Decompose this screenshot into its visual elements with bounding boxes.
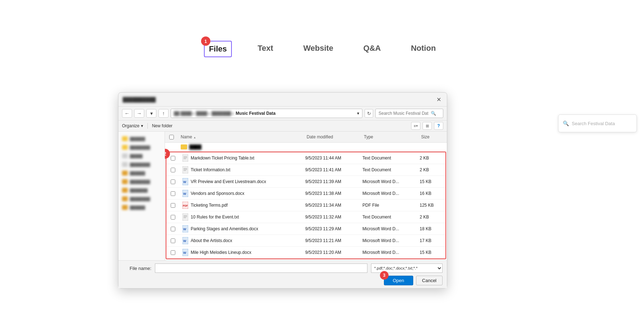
view-tiles-icon: ⊞ — [426, 124, 429, 128]
table-row[interactable]: PDF Ticketing Terms.pdf 9/5/2023 11:34 A… — [166, 200, 445, 211]
new-folder-button[interactable]: New folder — [152, 123, 172, 128]
row-checkbox-cell[interactable] — [166, 250, 179, 255]
file-date: 9/5/2023 11:29 AM — [302, 225, 360, 232]
nav-refresh-button[interactable]: ↻ — [365, 109, 373, 118]
row-checkbox[interactable] — [171, 227, 175, 231]
file-name: Vendors and Sponsors.docx — [191, 191, 244, 196]
nav-panel-item-4[interactable]: ████████ — [118, 160, 165, 169]
nav-path-prefix: ██ ████ ▸ ████ ▸ ███████ ▸ — [174, 111, 234, 116]
cancel-button[interactable]: Cancel — [416, 276, 443, 285]
nav-forward-button[interactable]: → — [134, 109, 144, 118]
open-button[interactable]: 3 Open — [384, 276, 413, 285]
view-tiles-button[interactable]: ⊞ — [423, 122, 432, 130]
table-row[interactable]: W Vendors and Sponsors.docx 9/5/2023 11:… — [166, 188, 445, 200]
view-list-button[interactable]: ≡ ▾ — [411, 122, 420, 130]
nav-panel-item-2[interactable]: ████████ — [118, 143, 165, 152]
dialog-close-button[interactable]: ✕ — [435, 95, 443, 103]
file-size: 2 KB — [417, 213, 445, 221]
parent-date-cell — [304, 146, 361, 148]
open-button-label: Open — [393, 278, 404, 283]
file-type: Microsoft Word D... — [360, 178, 417, 185]
col-header-date[interactable]: Date modified — [304, 133, 361, 141]
tab-notion[interactable]: Notion — [406, 41, 440, 57]
row-checkbox[interactable] — [171, 179, 175, 184]
tab-qa[interactable]: Q&A — [359, 41, 385, 57]
tabs-container: 1 Files Text Website Q&A Notion — [0, 41, 644, 57]
svg-text:W: W — [183, 239, 186, 243]
row-checkbox-cell[interactable] — [166, 168, 179, 172]
row-checkbox[interactable] — [171, 191, 175, 196]
table-row[interactable]: 10 Rules for the Event.txt 9/5/2023 11:3… — [166, 211, 445, 223]
file-date: 9/5/2023 11:21 AM — [302, 237, 360, 244]
nav-panel-item-6[interactable]: ████████ — [118, 177, 165, 186]
nav-search-icon: 🔍 — [431, 111, 436, 116]
row-checkbox-cell[interactable] — [166, 227, 179, 231]
file-date: 9/5/2023 11:39 AM — [302, 178, 360, 185]
dialog-buttons-row: 3 Open Cancel — [123, 276, 443, 285]
nav-search[interactable]: 🔍 — [375, 109, 443, 118]
help-icon: ? — [437, 123, 440, 128]
nav-back-button[interactable]: ← — [122, 109, 132, 118]
nav-panel-item-5[interactable]: ██████ — [118, 169, 165, 177]
row-checkbox-cell[interactable] — [166, 191, 179, 196]
parent-folder-row[interactable]: ████ — [165, 143, 447, 152]
parent-type-cell — [361, 146, 418, 148]
select-all-checkbox[interactable] — [169, 135, 174, 139]
nav-recent-button[interactable]: ▾ — [146, 109, 156, 118]
nav-path-current: Music Festival Data — [236, 111, 275, 116]
col-header-size[interactable]: Size — [418, 133, 447, 141]
nav-panel-item-3[interactable]: █████ — [118, 152, 165, 160]
file-date: 9/5/2023 11:32 AM — [302, 213, 360, 221]
tab-website[interactable]: Website — [299, 41, 338, 57]
row-checkbox[interactable] — [171, 156, 175, 161]
table-row[interactable]: W About the Artists.docx 9/5/2023 11:21 … — [166, 235, 445, 247]
row-checkbox-cell[interactable] — [166, 179, 179, 184]
docx-file-icon: W — [182, 249, 189, 256]
svg-text:W: W — [183, 192, 186, 196]
file-date: 9/5/2023 11:38 AM — [302, 190, 360, 197]
table-row[interactable]: Markdown Ticket Pricing Table.txt 9/5/20… — [166, 152, 445, 164]
tab-files[interactable]: 1 Files — [204, 41, 232, 57]
docx-file-icon: W — [182, 237, 189, 245]
file-type: Microsoft Word D... — [360, 225, 417, 232]
nav-search-input[interactable] — [379, 111, 429, 116]
tab-text[interactable]: Text — [253, 41, 278, 57]
col-header-name[interactable]: Name ▴ — [178, 133, 304, 141]
filename-input[interactable] — [155, 264, 367, 273]
nav-panel-item-9[interactable]: ██████ — [118, 203, 165, 212]
row-checkbox[interactable] — [171, 250, 175, 255]
row-checkbox-cell[interactable] — [166, 203, 179, 208]
dialog-nav: ← → ▾ ↑ ██ ████ ▸ ████ ▸ ███████ ▸ Music… — [118, 107, 447, 120]
docx-file-icon: W — [182, 178, 189, 186]
table-row[interactable]: Ticket Information.txt 9/5/2023 11:41 AM… — [166, 164, 445, 176]
file-size: 15 KB — [417, 178, 445, 185]
nav-up-button[interactable]: ↑ — [158, 109, 169, 118]
dialog-body: ██████ ████████ █████ ████████ ██████ ██… — [118, 132, 447, 260]
table-row[interactable]: W Parking Stages and Amenities.docx 9/5/… — [166, 223, 445, 235]
txt-file-icon — [182, 166, 189, 174]
col-header-type[interactable]: Type — [361, 133, 418, 141]
file-type: Microsoft Word D... — [360, 249, 417, 256]
file-size: 18 KB — [417, 225, 445, 232]
organize-button[interactable]: Organize ▾ — [122, 123, 143, 128]
nav-panel-item-7[interactable]: ███████ — [118, 186, 165, 195]
file-dialog: ██████████ ✕ ← → ▾ ↑ ██ ████ ▸ ████ ▸ ██… — [118, 92, 447, 289]
row-checkbox-cell[interactable] — [166, 238, 179, 243]
parent-folder-icon — [181, 144, 187, 149]
row-checkbox[interactable] — [171, 238, 175, 243]
nav-panel-item-1[interactable]: ██████ — [118, 134, 165, 143]
nav-path[interactable]: ██ ████ ▸ ████ ▸ ███████ ▸ Music Festiva… — [171, 109, 362, 118]
row-checkbox[interactable] — [171, 168, 175, 172]
table-row[interactable]: W Mile High Melodies Lineup.docx 9/5/202… — [166, 247, 445, 259]
nav-panel-item-8[interactable]: ████████ — [118, 195, 165, 203]
txt-file-icon — [182, 154, 189, 162]
file-name: VR Preview and Event Livestream.docx — [191, 179, 266, 184]
files-step2-wrapper: 2 Markdown Ticket Pricing Table.txt — [165, 152, 447, 259]
table-row[interactable]: W VR Preview and Event Livestream.docx 9… — [166, 176, 445, 188]
row-checkbox[interactable] — [171, 203, 175, 208]
view-help-button[interactable]: ? — [434, 122, 443, 130]
dialog-toolbar: Organize ▾ New folder ≡ ▾ ⊞ ? — [118, 120, 447, 132]
row-checkbox[interactable] — [171, 215, 175, 220]
file-name-cell: PDF Ticketing Terms.pdf — [179, 200, 302, 210]
row-checkbox-cell[interactable] — [166, 215, 179, 220]
